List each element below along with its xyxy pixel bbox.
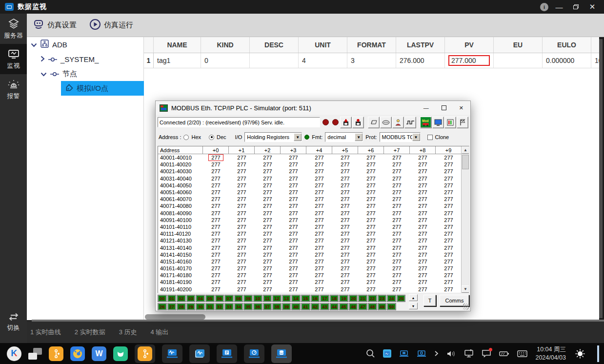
- register-cell[interactable]: 277: [203, 265, 229, 271]
- register-cell[interactable]: 277: [281, 210, 306, 216]
- register-cell[interactable]: 277: [436, 155, 462, 161]
- register-cell[interactable]: 277: [436, 196, 462, 202]
- register-cell[interactable]: 277: [358, 155, 384, 161]
- register-cell[interactable]: 277: [332, 217, 358, 223]
- register-cell[interactable]: 277: [410, 286, 436, 292]
- register-cell[interactable]: 277: [332, 279, 358, 285]
- launcher-icon[interactable]: K: [7, 346, 21, 361]
- register-cell[interactable]: 277: [255, 286, 281, 292]
- register-cell[interactable]: 277: [281, 203, 306, 209]
- station-button[interactable]: 03: [186, 295, 196, 302]
- register-cell[interactable]: 277: [332, 265, 358, 271]
- register-cell[interactable]: 277: [436, 252, 462, 258]
- register-cell[interactable]: 277: [281, 245, 306, 251]
- register-cell[interactable]: 277: [332, 203, 358, 209]
- register-cell[interactable]: 277: [410, 265, 436, 271]
- register-cell[interactable]: 277: [203, 210, 229, 216]
- register-cell[interactable]: 277: [306, 259, 332, 264]
- register-cell[interactable]: 277: [229, 224, 255, 230]
- register-cell[interactable]: 277: [229, 245, 255, 251]
- register-cell[interactable]: 277: [281, 168, 306, 174]
- register-cell[interactable]: 277: [332, 182, 358, 188]
- register-cell[interactable]: 277: [203, 286, 229, 292]
- register-cell[interactable]: 277: [203, 203, 229, 209]
- register-cell[interactable]: 277: [384, 217, 410, 223]
- register-cell[interactable]: 277: [410, 245, 436, 251]
- register-cell[interactable]: 277: [436, 231, 462, 237]
- address-cell[interactable]: 40131-40140: [158, 245, 203, 251]
- register-cell[interactable]: 277: [306, 182, 332, 188]
- register-cell[interactable]: 277: [229, 238, 255, 243]
- chevron-down-icon[interactable]: [40, 70, 47, 78]
- realtime-curve-app-icon[interactable]: [165, 346, 180, 361]
- register-cell[interactable]: 277: [281, 286, 306, 292]
- taskbar-clock[interactable]: 10:04 周三 2024/04/03: [535, 345, 566, 362]
- register-cell[interactable]: 277: [332, 189, 358, 195]
- register-cell[interactable]: 277: [203, 154, 229, 161]
- register-cell[interactable]: 277: [203, 196, 229, 202]
- column-header[interactable]: [144, 37, 154, 53]
- register-cell[interactable]: 277: [229, 272, 255, 278]
- scroll-thumb[interactable]: [462, 155, 469, 169]
- columns-icon[interactable]: [444, 117, 456, 128]
- register-cell[interactable]: 277: [436, 182, 462, 188]
- register-cell[interactable]: 277: [255, 252, 281, 258]
- station-button[interactable]: 14: [291, 295, 301, 302]
- tray-camera-icon[interactable]: [417, 350, 426, 358]
- grid-column-header[interactable]: +6: [358, 146, 384, 154]
- register-cell[interactable]: 277: [410, 259, 436, 264]
- register-cell[interactable]: 277: [332, 238, 358, 243]
- station-button[interactable]: 25: [397, 295, 406, 302]
- register-cell[interactable]: 277: [410, 182, 436, 188]
- modbus-titlebar[interactable]: MODBUS Eth. TCP/IP PLC - Simulator (port…: [156, 101, 470, 115]
- register-cell[interactable]: 277: [384, 224, 410, 230]
- address-cell[interactable]: 40011-40020: [158, 162, 203, 167]
- register-cell[interactable]: 277: [384, 265, 410, 271]
- register-cell[interactable]: 277: [358, 265, 384, 271]
- register-cell[interactable]: 277: [281, 176, 306, 182]
- report-app-task[interactable]: [217, 344, 237, 363]
- station-button[interactable]: 15: [301, 295, 310, 302]
- register-cell[interactable]: 277: [358, 189, 384, 195]
- chevron-right-icon[interactable]: [40, 55, 45, 63]
- register-cell[interactable]: 277: [332, 176, 358, 182]
- register-cell[interactable]: 277: [203, 279, 229, 285]
- register-cell[interactable]: 277: [384, 286, 410, 292]
- register-cell[interactable]: 277: [203, 217, 229, 223]
- register-cell[interactable]: 277: [255, 265, 281, 271]
- restore-button[interactable]: [570, 2, 582, 12]
- search-icon[interactable]: [366, 349, 375, 358]
- grid-column-header[interactable]: +1: [229, 146, 255, 154]
- table-cell[interactable]: tag1: [154, 53, 201, 68]
- screen-icon[interactable]: [432, 117, 444, 128]
- flag-icon[interactable]: [457, 117, 468, 128]
- register-cell[interactable]: 277: [203, 272, 229, 278]
- sim-run-button[interactable]: 仿真运行: [89, 19, 133, 32]
- chevron-down-icon[interactable]: [31, 40, 37, 49]
- address-cell[interactable]: 40181-40190: [158, 279, 203, 285]
- info-icon[interactable]: i: [540, 3, 548, 11]
- grid-column-header[interactable]: +8: [410, 146, 436, 154]
- register-cell[interactable]: 277: [203, 176, 229, 182]
- simulator-app-icon[interactable]: [192, 346, 207, 361]
- address-cell[interactable]: 40051-40060: [158, 189, 203, 195]
- register-cell[interactable]: 277: [410, 231, 436, 237]
- register-cell[interactable]: 277: [255, 259, 281, 264]
- register-cell[interactable]: 277: [203, 259, 229, 264]
- hex-radio[interactable]: [183, 135, 189, 140]
- register-cell[interactable]: 277: [306, 252, 332, 258]
- register-cell[interactable]: 277: [358, 272, 384, 278]
- table-cell[interactable]: [250, 53, 299, 68]
- register-cell[interactable]: 277: [306, 265, 332, 271]
- grid-column-header[interactable]: +2: [255, 146, 281, 154]
- station-button[interactable]: 06: [215, 295, 224, 302]
- address-cell[interactable]: 40021-40030: [158, 168, 203, 174]
- register-cell[interactable]: 277: [281, 224, 306, 230]
- register-cell[interactable]: 277: [332, 155, 358, 161]
- grid-column-header[interactable]: +3: [281, 146, 306, 154]
- display-cast-icon[interactable]: [464, 349, 474, 358]
- address-cell[interactable]: 40171-40180: [158, 272, 203, 278]
- register-cell[interactable]: 277: [410, 252, 436, 258]
- close-button[interactable]: ✕: [586, 2, 598, 12]
- sidebar-item-monitor[interactable]: 监视: [0, 44, 27, 74]
